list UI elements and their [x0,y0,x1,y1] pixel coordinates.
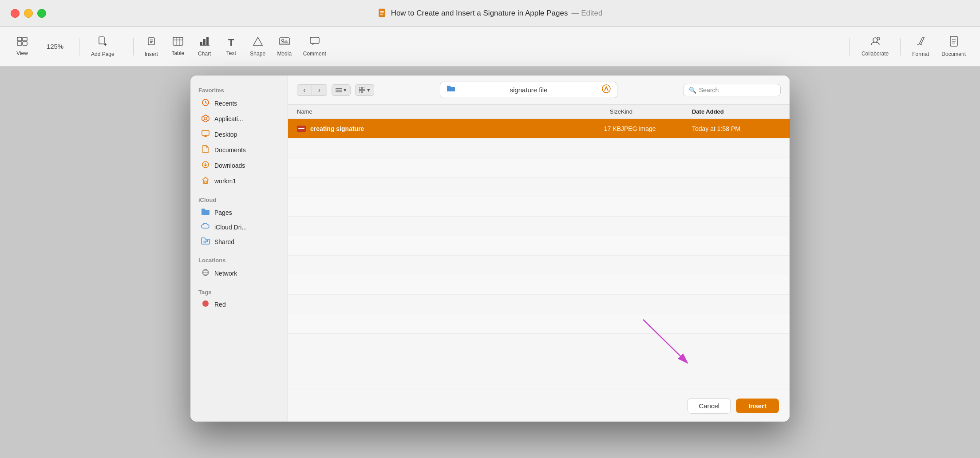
sidebar-item-icloud-drive[interactable]: iCloud Dri... [193,220,285,234]
view-button[interactable]: View [9,34,36,59]
svg-rect-5 [17,37,22,41]
sidebar-item-documents[interactable]: Documents [193,142,285,158]
main-content: Favorites Recents Applicati... [0,67,980,458]
svg-marker-24 [253,37,262,45]
list-view-icon [336,87,342,93]
insert-icon [146,36,157,49]
add-page-button[interactable]: Add Page [86,33,120,60]
svg-point-59 [602,85,610,93]
sidebar-item-desktop[interactable]: Desktop [193,127,285,142]
search-input[interactable] [699,87,770,94]
sidebar-item-recents[interactable]: Recents [193,96,285,111]
svg-rect-16 [173,37,183,45]
svg-point-26 [281,39,284,41]
file-row-empty-5 [288,217,790,236]
toolbar-divider-3 [850,38,850,55]
column-header-kind: Kind [621,108,692,115]
insert-button[interactable]: Insert [736,399,779,413]
tags-section-title: Tags [190,286,288,297]
applications-icon [201,114,210,124]
format-button[interactable]: Format [907,33,934,60]
file-row-empty-8 [288,275,790,295]
sidebar-item-applications[interactable]: Applicati... [193,111,285,126]
shape-button[interactable]: Shape [245,34,271,59]
shape-label: Shape [250,51,265,57]
back-button[interactable]: ‹ [297,84,312,96]
traffic-lights [0,9,46,18]
comment-label: Comment [303,51,326,57]
svg-rect-21 [203,39,205,45]
current-location-name: signature file [459,86,598,94]
location-pill[interactable]: signature file [440,82,617,98]
dialog-toolbar: ‹ › ▾ ▾ [288,75,790,105]
svg-rect-58 [363,91,365,93]
sidebar-item-downloads[interactable]: Downloads [193,158,285,173]
favorites-section-title: Favorites [190,84,288,95]
svg-rect-57 [359,91,362,93]
insert-button[interactable]: Insert [138,33,165,60]
document-button[interactable]: Document [936,33,971,60]
svg-point-46 [206,240,208,242]
main-panel: ‹ › ▾ ▾ [288,75,790,422]
format-label: Format [912,51,929,57]
locations-section-title: Locations [190,254,288,265]
view-icon [17,37,28,48]
network-label: Network [214,270,237,277]
toolbar-left-group: View 125% Add Page [9,33,120,60]
sidebar: Favorites Recents Applicati... [190,75,288,422]
file-row-empty-10 [288,314,790,334]
svg-rect-22 [206,37,209,45]
forward-button[interactable]: › [312,84,327,96]
sidebar-item-pages[interactable]: Pages [193,205,285,220]
recents-label: Recents [214,100,237,107]
media-button[interactable]: Media [271,34,298,59]
svg-rect-55 [359,87,362,90]
red-tag-label: Red [214,301,226,308]
icloud-icon [201,223,210,232]
grid-view-button[interactable]: ▾ [355,84,374,96]
pages-folder-icon [201,208,210,217]
add-page-icon [97,36,108,49]
list-view-button[interactable]: ▾ [332,84,351,96]
sidebar-item-shared[interactable]: Shared [193,235,285,249]
file-row-selected[interactable]: creating signature 17 KB JPEG image Toda… [288,119,790,138]
file-list: creating signature 17 KB JPEG image Toda… [288,119,790,390]
media-icon [279,36,290,49]
fullscreen-button[interactable] [37,9,46,18]
sidebar-item-tag-red[interactable]: Red [193,298,285,311]
comment-icon [309,36,320,49]
toolbar-divider-2 [133,38,134,55]
desktop-label: Desktop [214,131,237,138]
collaborate-icon [869,36,881,49]
add-page-label: Add Page [91,51,115,57]
sidebar-item-workm1[interactable]: workm1 [193,174,285,189]
collaborate-button[interactable]: Collaborate [856,34,894,59]
window-title-area: How to Create and Insert a Signature in … [378,8,603,18]
svg-point-45 [204,241,205,243]
shared-label: Shared [214,238,234,245]
network-icon [201,268,210,278]
text-button[interactable]: T Text [218,34,245,59]
search-box[interactable]: 🔍 [683,84,781,96]
icloud-section-title: iCloud [190,194,288,205]
close-button[interactable] [11,9,20,18]
minimize-button[interactable] [24,9,33,18]
file-name: creating signature [310,125,568,132]
location-arrow-icon [602,84,611,95]
file-kind: JPEG image [621,125,692,132]
sidebar-item-network[interactable]: Network [193,266,285,281]
file-row-empty-4 [288,197,790,217]
toolbar-divider-4 [900,38,901,55]
file-open-dialog: Favorites Recents Applicati... [190,75,790,422]
cancel-button[interactable]: Cancel [688,398,731,414]
chart-button[interactable]: Chart [191,34,218,59]
table-icon [173,37,183,48]
table-button[interactable]: Table [165,34,191,59]
view-label: View [16,50,28,56]
svg-rect-8 [23,42,27,45]
svg-rect-7 [17,42,22,45]
zoom-button[interactable]: 125% [37,40,73,53]
file-size: 17 KB [568,125,621,132]
file-row-empty-9 [288,295,790,314]
comment-button[interactable]: Comment [298,34,332,59]
